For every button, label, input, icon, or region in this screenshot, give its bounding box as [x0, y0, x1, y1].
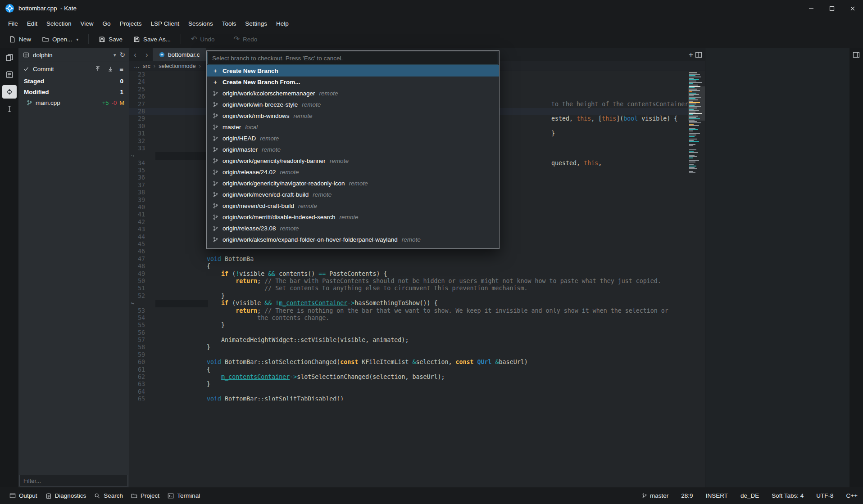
input-mode-status[interactable]: INSERT: [706, 492, 728, 499]
git-menu-button[interactable]: ≡: [118, 65, 124, 73]
project-list-icon: [23, 52, 29, 58]
diagnostics-panel-button[interactable]: Diagnostics: [41, 490, 91, 501]
refresh-button[interactable]: ↻: [119, 51, 125, 59]
git-branch-icon: [212, 237, 218, 243]
branch-item[interactable]: origin/master remote: [207, 144, 499, 155]
filter-input[interactable]: [19, 475, 128, 486]
menu-item[interactable]: Sessions: [184, 18, 218, 29]
menu-item[interactable]: Projects: [115, 18, 146, 29]
minimap-scrollbar[interactable]: [688, 71, 705, 487]
project-label: Project: [141, 492, 159, 499]
branch-item[interactable]: origin/HEAD remote: [207, 133, 499, 144]
menu-item[interactable]: LSP Client: [146, 18, 184, 29]
breadcrumb-item-selectionmode[interactable]: selectionmode: [159, 63, 196, 69]
branch-item[interactable]: origin/work/genericity/navigator-readonl…: [207, 178, 499, 189]
git-sidebar: dolphin ▾ ↻ Commit ≡ Staged 0: [18, 48, 129, 487]
line-number: 37: [129, 182, 145, 189]
back-button[interactable]: ‹: [129, 48, 141, 61]
branch-item[interactable]: origin/work/merritt/disable-indexed-sear…: [207, 212, 499, 223]
line-number: 57: [129, 337, 145, 344]
branch-item[interactable]: origin/work/genericity/readonly-banner r…: [207, 155, 499, 166]
split-view-button[interactable]: [695, 52, 702, 58]
git-branch-status[interactable]: master: [642, 492, 668, 499]
menu-item[interactable]: Tools: [218, 18, 241, 29]
project-icon: [131, 493, 137, 499]
close-button[interactable]: [842, 0, 863, 17]
branch-item[interactable]: origin/meven/cd-craft-build remote: [207, 200, 499, 212]
branch-item[interactable]: origin/work/win-breeze-style remote: [207, 99, 499, 110]
branch-action-item[interactable]: + Create New Branch From...: [207, 76, 499, 88]
breadcrumb-item-src[interactable]: src: [143, 63, 150, 69]
terminal-panel-button[interactable]: Terminal: [164, 490, 204, 501]
branch-action-item[interactable]: + Create New Branch: [207, 65, 499, 76]
commit-button[interactable]: Commit: [33, 66, 54, 72]
save-icon: [99, 36, 105, 43]
symbols-panel-button[interactable]: [2, 68, 17, 81]
search-label: Search: [104, 492, 123, 499]
branch-checkout-popup: + Create New Branch + Create New Branch …: [206, 50, 500, 249]
modified-file-row[interactable]: main.cpp +5 -0 M: [18, 97, 129, 108]
push-icon: [95, 66, 101, 72]
line-number: 35: [129, 167, 145, 174]
branch-item[interactable]: origin/release/23.08 remote: [207, 223, 499, 234]
plus-icon: +: [212, 68, 218, 74]
branch-item[interactable]: origin/work/rmb-windows remote: [207, 110, 499, 122]
project-selector[interactable]: dolphin ▾ ↻: [18, 48, 129, 62]
encoding-status[interactable]: UTF-8: [816, 492, 833, 499]
save-as-button[interactable]: Save As...: [129, 33, 175, 45]
minimap-viewport[interactable]: [688, 86, 705, 121]
new-document-button[interactable]: New: [5, 33, 36, 45]
branch-item[interactable]: origin/: [207, 245, 499, 248]
branch-name: origin/work/genericity/navigator-readonl…: [223, 180, 345, 187]
pull-button[interactable]: [106, 64, 115, 73]
save-button[interactable]: Save: [94, 33, 127, 45]
branch-item[interactable]: origin/work/meven/cd-craft-build remote: [207, 189, 499, 200]
minimize-button[interactable]: [801, 0, 822, 17]
redo-button[interactable]: ↷ Redo: [229, 33, 262, 45]
menu-item[interactable]: Go: [98, 18, 115, 29]
file-type-status[interactable]: C++: [846, 492, 858, 499]
right-panel-toggle-button[interactable]: [853, 52, 860, 58]
code-line: 49 // Set contents to anything else to c…: [129, 270, 688, 278]
branch-item[interactable]: origin/work/kcolorschememanager remote: [207, 88, 499, 99]
breadcrumb-ellipsis[interactable]: …: [134, 63, 140, 69]
staged-section[interactable]: Staged 0: [18, 76, 129, 86]
minimap-line: [689, 149, 696, 150]
menu-item[interactable]: Settings: [241, 18, 272, 29]
output-icon: [9, 493, 16, 499]
menu-item[interactable]: View: [76, 18, 98, 29]
menu-item[interactable]: Selection: [42, 18, 76, 29]
branch-item[interactable]: origin/release/24.02 remote: [207, 166, 499, 178]
tab-bottombar[interactable]: bottombar.c: [153, 48, 206, 61]
menu-item[interactable]: File: [4, 18, 23, 29]
kate-window: bottombar.cpp - Kate FileEditSelectionVi…: [0, 0, 863, 504]
new-tab-button[interactable]: +: [689, 52, 693, 58]
push-button[interactable]: [93, 64, 102, 73]
open-document-button[interactable]: Open... ▾: [37, 33, 83, 45]
documents-panel-button[interactable]: [2, 51, 17, 64]
forward-button[interactable]: ›: [141, 48, 153, 61]
dictionary-status[interactable]: de_DE: [740, 492, 759, 499]
project-panel-button[interactable]: Project: [127, 490, 164, 501]
code-line: 65 switch (contents()) {: [129, 396, 688, 400]
menu-item[interactable]: Edit: [23, 18, 42, 29]
cursor-position-status[interactable]: 28:9: [681, 492, 693, 499]
branch-item[interactable]: master local: [207, 122, 499, 133]
git-branch-icon: [212, 124, 218, 130]
maximize-button[interactable]: [822, 0, 842, 17]
search-panel-button[interactable]: Search: [90, 490, 127, 501]
git-panel-button[interactable]: [2, 85, 17, 99]
branch-item[interactable]: origin/work/akselmo/expand-folder-on-hov…: [207, 234, 499, 245]
pull-icon: [107, 66, 114, 72]
modified-section[interactable]: Modified 1: [18, 86, 129, 97]
git-branch-icon: [212, 214, 218, 220]
branch-kind: remote: [302, 101, 321, 108]
project-name: dolphin: [33, 52, 53, 58]
branch-search-input[interactable]: [208, 52, 498, 64]
output-panel-button[interactable]: Output: [5, 490, 41, 501]
undo-button[interactable]: ↶ Undo: [186, 33, 219, 45]
text-cursor-tool-button[interactable]: [2, 102, 17, 116]
tab-mode-status[interactable]: Soft Tabs: 4: [772, 492, 804, 499]
line-number: 56: [129, 329, 145, 337]
menu-item[interactable]: Help: [272, 18, 293, 29]
